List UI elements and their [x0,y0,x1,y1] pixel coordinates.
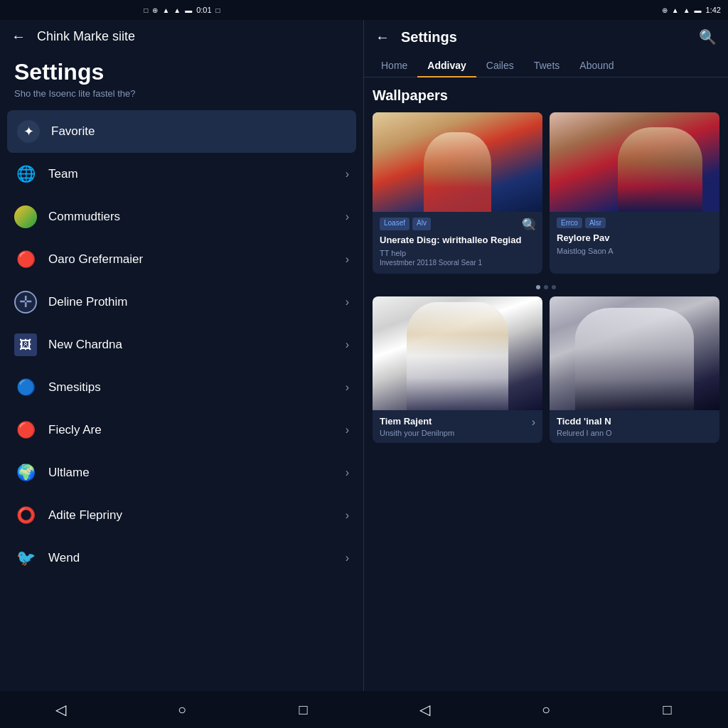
team-label: Team [48,167,334,181]
card-1-image [373,112,542,212]
card-2-badge1: Errco [557,218,582,228]
adite-chevron: › [346,509,349,522]
card-2[interactable]: Errco Alsr Reylore Pav Maistlog Saon A [550,112,719,274]
right-time: 1:42 [706,6,721,14]
team-chevron: › [346,168,349,181]
oaro-label: Oaro Grefermaier [48,252,334,267]
card-1-badge2: Alv [412,218,431,230]
left-panel: ← Chink Marke siite Settings Sho the Isо… [0,20,364,691]
card-1-sub: TT help [380,249,535,257]
settings-title-area: Settings Sho the Isоеnс lite fastel the? [0,53,363,110]
adite-icon: ⭕ [14,504,37,527]
new-chardna-chevron: › [346,338,349,351]
right-back-nav-button[interactable]: ◁ [410,695,439,724]
right-panel-title: Settings [401,29,687,46]
deline-label: Deline Prothim [48,295,334,309]
wend-label: Wend [48,551,334,565]
bottom-card-2-title: Ticdd 'inal N [557,416,712,427]
card-1-overlay: Loasef Alv 🔍 Unerate Disg: wirithalleo R… [373,212,542,274]
bottom-card-1-image [373,296,542,410]
tab-addivay[interactable]: Addivay [417,54,476,77]
right-square-nav-button[interactable]: □ [653,695,682,724]
menu-item-team[interactable]: 🌐 Team › [0,153,363,196]
dots-indicator [373,285,719,289]
card-2-badge2: Alsr [585,218,606,228]
deline-icon: ✛ [14,291,37,314]
menu-item-fiecly[interactable]: 🔴 Fiecly Are › [0,409,363,451]
menu-item-ultlame[interactable]: 🌍 Ultlame › [0,451,363,494]
right-wifi-icon: ▲ [672,6,679,14]
menu-item-smesitips[interactable]: 🔵 Smesitips › [0,366,363,409]
card-2-sub: Maistlog Saon A [557,247,712,255]
new-chardna-label: New Chardna [48,338,334,352]
right-bluetooth-icon: ⊕ [662,6,668,14]
menu-item-commudtiers[interactable]: Commudtiers › [0,196,363,238]
left-back-nav-button[interactable]: ◁ [46,695,75,724]
favorite-icon: ✦ [17,120,40,143]
card-1-badge1: Loasef [380,218,410,230]
wend-chevron: › [346,552,349,564]
left-square-nav-button[interactable]: □ [289,695,318,724]
menu-list: ✦ Favorite 🌐 Team › Commudtiers › 🔴 Oaro… [0,110,363,691]
dot-1 [536,285,540,289]
ultlame-label: Ultlame [48,466,334,480]
right-signal-icon: ▲ [683,6,690,14]
menu-item-favorite[interactable]: ✦ Favorite [7,110,356,153]
left-panel-header: ← Chink Marke siite [0,20,363,53]
left-extra-icon: □ [216,6,220,14]
left-back-button[interactable]: ← [11,28,26,45]
smesitips-icon: 🔵 [14,376,37,399]
bottom-card-2[interactable]: Ticdd 'inal N Rеlured I ann O [550,296,719,443]
status-bar-left: □ ⊕ ▲ ▲ ▬ 0:01 □ [0,0,364,20]
tab-abound[interactable]: Abound [569,54,623,77]
tab-twets[interactable]: Twets [524,54,570,77]
left-home-nav-button[interactable]: ○ [168,695,196,724]
adite-label: Adite Flepriny [48,508,334,523]
bottom-card-2-sub: Rеlured I ann O [557,429,712,437]
bottom-card-1-content: Tiеm Rajent › Unsith your Denilnрm [373,410,542,443]
commudtiers-icon [14,205,37,228]
card-2-badges: Errco Alsr [557,218,712,228]
card-2-image [550,112,719,212]
card-1-meta: Investmber 20118 Sooral Sear 1 [380,259,535,267]
commudtiers-label: Commudtiers [48,210,334,224]
card-1-headline: Unerate Disg: wirithalleo Regiad [380,235,535,247]
nav-tabs: Home Addivay Cailes Twets Abound [364,54,728,77]
wallpapers-title: Wallpapers [373,87,719,104]
oaro-icon: 🔴 [14,248,37,271]
tab-home[interactable]: Home [371,54,417,77]
card-2-headline: Reylore Pav [557,232,712,245]
left-battery-icon: ▬ [185,6,192,14]
bottom-card-1-title: Tiеm Rajent [380,416,432,427]
tab-cailes[interactable]: Cailes [476,54,524,77]
menu-item-adite[interactable]: ⭕ Adite Flepriny › [0,494,363,537]
left-wifi-icon: ▲ [162,6,169,14]
dot-3 [552,285,556,289]
menu-item-wend[interactable]: 🐦 Wend › [0,537,363,579]
left-signal-icon: ▲ [173,6,181,14]
menu-item-oaro[interactable]: 🔴 Oaro Grefermaier › [0,238,363,281]
bottom-card-2-content: Ticdd 'inal N Rеlured I ann O [550,410,719,443]
new-chardna-icon: 🖼 [14,333,37,356]
menu-item-new-chardna[interactable]: 🖼 New Chardna › [0,323,363,366]
card-1[interactable]: Loasef Alv 🔍 Unerate Disg: wirithalleo R… [373,112,542,274]
top-cards-grid: Loasef Alv 🔍 Unerate Disg: wirithalleo R… [373,112,719,274]
oaro-chevron: › [346,253,349,266]
menu-item-deline[interactable]: ✛ Deline Prothim › [0,281,363,323]
team-icon: 🌐 [14,163,37,186]
right-home-nav-button[interactable]: ○ [532,695,560,724]
content-area: Wallpapers Loasef Alv 🔍 Une [364,77,728,691]
card-2-overlay: Errco Alsr Reylore Pav Maistlog Saon A [550,212,719,264]
bottom-nav-right: ◁ ○ □ [364,691,728,728]
card-1-search-icon: 🔍 [523,218,535,230]
bottom-nav: ◁ ○ □ ◁ ○ □ [0,691,728,728]
card-1-badges: Loasef Alv 🔍 [380,218,535,230]
bottom-card-1-sub: Unsith your Denilnрm [380,429,535,437]
wend-icon: 🐦 [14,547,37,569]
right-back-button[interactable]: ← [375,29,390,46]
smesitips-chevron: › [346,381,349,394]
search-icon[interactable]: 🔍 [699,28,717,46]
bottom-card-1[interactable]: Tiеm Rajent › Unsith your Denilnрm [373,296,542,443]
left-sim-icon: □ [144,6,148,14]
bottom-card-1-arrow: › [532,416,535,429]
